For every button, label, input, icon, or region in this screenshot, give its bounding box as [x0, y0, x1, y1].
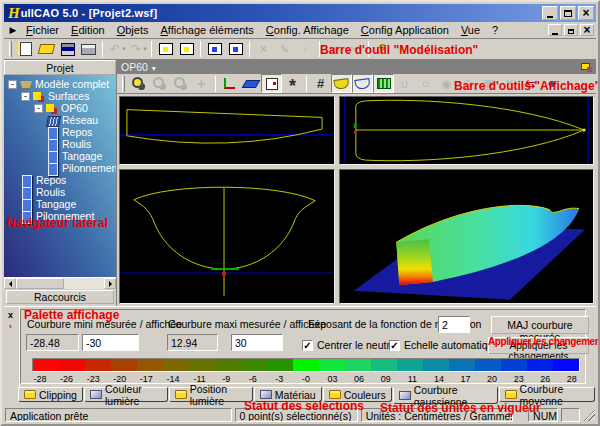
menu-config-application[interactable]: Config Application [355, 23, 455, 37]
palette-expand-icon[interactable]: › [9, 322, 12, 331]
grid-button[interactable] [310, 74, 331, 93]
expander-icon[interactable] [8, 80, 17, 89]
redo-button: ▾ [127, 40, 148, 59]
exponent-input[interactable] [438, 316, 470, 333]
render-3d-view[interactable] [339, 169, 594, 304]
net-y1-button[interactable] [155, 40, 176, 59]
navigator-header[interactable]: Projet [4, 60, 116, 75]
shortcuts-button[interactable]: Raccourcis [6, 290, 114, 304]
navigator-scrollbar[interactable] [4, 277, 116, 289]
scroll-left-button[interactable] [4, 278, 16, 289]
title-bar: H ullCAO 5.0 - [Projet2.wsf] × [4, 4, 596, 22]
scrollbar-thumb[interactable] [16, 278, 64, 289]
bow-point [583, 129, 586, 132]
net-b1-button[interactable] [204, 40, 225, 59]
hull-wire-button[interactable] [352, 74, 373, 93]
checkbox-checked-icon [302, 340, 313, 351]
toolbar-grip[interactable] [9, 41, 12, 57]
tree-item-tangage[interactable]: Tangage [4, 198, 116, 210]
star-button[interactable] [282, 74, 303, 93]
minimize-button[interactable] [542, 6, 558, 20]
open-button[interactable] [36, 40, 57, 59]
separator [200, 41, 201, 57]
status-spare-panel [561, 408, 581, 422]
scrollbar-track[interactable] [16, 278, 104, 289]
scroll-right-button[interactable] [104, 278, 116, 289]
viewbox-button[interactable] [261, 74, 282, 93]
tree-item-label: Repos [36, 174, 66, 186]
expander-icon[interactable] [34, 104, 43, 113]
scale-tick-label: 14 [428, 374, 450, 384]
document-system-icon[interactable]: ▶ [6, 25, 20, 35]
tree-item-op60[interactable]: OP60 [4, 102, 116, 114]
profile-view[interactable] [119, 96, 335, 165]
menu-[interactable]: ? [486, 23, 504, 37]
toolbar-grip[interactable] [122, 76, 125, 92]
menu-fichier[interactable]: Fichier [20, 23, 65, 37]
plane-button[interactable] [240, 74, 261, 93]
tree-item-roulis[interactable]: Roulis [4, 138, 116, 150]
tree-item-tangage[interactable]: Tangage [4, 150, 116, 162]
gradient-segment [397, 359, 423, 371]
tree-item-mod-le-complet[interactable]: Modèle complet [4, 78, 116, 90]
node-pen-button [274, 40, 295, 59]
tab-clipping[interactable]: Clipping [18, 387, 83, 402]
app-logo-icon: H [8, 6, 20, 20]
tab-label: Position lumière [190, 383, 247, 407]
save-button[interactable] [57, 40, 78, 59]
mdi-restore-button[interactable] [564, 24, 578, 36]
max-displayed-input[interactable] [231, 334, 283, 351]
star-icon [285, 76, 301, 92]
plan-view[interactable] [339, 96, 594, 165]
gradient-segment [267, 359, 293, 371]
project-tree: Modèle completSurfacesOP60RéseauReposRou… [4, 75, 116, 277]
menu-vue[interactable]: Vue [455, 23, 486, 37]
maximize-button[interactable] [560, 6, 576, 20]
gradient-segment [371, 359, 397, 371]
mdi-close-button[interactable]: × [580, 24, 594, 36]
hull-solid-button[interactable] [331, 74, 352, 93]
close-button[interactable]: × [578, 6, 594, 20]
gradient-segment [215, 359, 241, 371]
palette-close-icon[interactable]: x [8, 310, 13, 320]
tree-item-repos[interactable]: Repos [4, 126, 116, 138]
toolbar-modelisation: ▾▾ [4, 39, 596, 60]
scale-tick-label: 11 [401, 374, 423, 384]
resize-grip[interactable] [583, 409, 595, 421]
tab-courbure-moyenne[interactable]: Courbure moyenne [499, 387, 595, 402]
tab-couleur-lumi-re[interactable]: Couleur lumière [84, 387, 168, 402]
tree-item-roulis[interactable]: Roulis [4, 186, 116, 198]
center-neutral-label: Centrer le neutre [317, 339, 396, 351]
net-b2-button[interactable] [225, 40, 246, 59]
center-neutral-checkbox[interactable]: Centrer le neutre [302, 339, 396, 351]
menu-affichage-l-ments[interactable]: Affichage éléments [154, 23, 259, 37]
zoom-button[interactable] [128, 74, 149, 93]
viewport-corner-icon[interactable] [580, 62, 592, 72]
menu-config-affichage[interactable]: Config. Affichage [260, 23, 355, 37]
tab-position-lumi-re[interactable]: Position lumière [169, 387, 253, 402]
min-displayed-input[interactable] [82, 334, 139, 351]
net-y2-button[interactable] [176, 40, 197, 59]
expander-icon[interactable] [21, 92, 30, 101]
scale-tick-label: -26 [56, 374, 78, 384]
tree-item-r-seau[interactable]: Réseau [4, 114, 116, 126]
update-measured-button[interactable]: MAJ courbure mesurée [491, 316, 589, 334]
texture-button[interactable] [373, 74, 394, 93]
gradient-segment [423, 359, 449, 371]
autoscale-label: Echelle automatique [404, 339, 499, 351]
surface-selector[interactable]: OP60 [121, 61, 156, 73]
node-x-icon [256, 41, 272, 57]
axes-button[interactable] [219, 74, 240, 93]
print-button[interactable] [78, 40, 99, 59]
body-plan-view[interactable] [119, 169, 335, 304]
menu-edition[interactable]: Edition [65, 23, 111, 37]
tree-item-surfaces[interactable]: Surfaces [4, 90, 116, 102]
tree-item-pilonnement[interactable]: Pilonnement [4, 162, 116, 174]
new-button[interactable] [15, 40, 36, 59]
sphere-icon [418, 76, 434, 92]
autoscale-checkbox[interactable]: Echelle automatique [389, 339, 499, 351]
separator [249, 41, 250, 57]
tree-item-repos[interactable]: Repos [4, 174, 116, 186]
menu-objets[interactable]: Objets [111, 23, 155, 37]
mdi-minimize-button[interactable] [548, 24, 562, 36]
